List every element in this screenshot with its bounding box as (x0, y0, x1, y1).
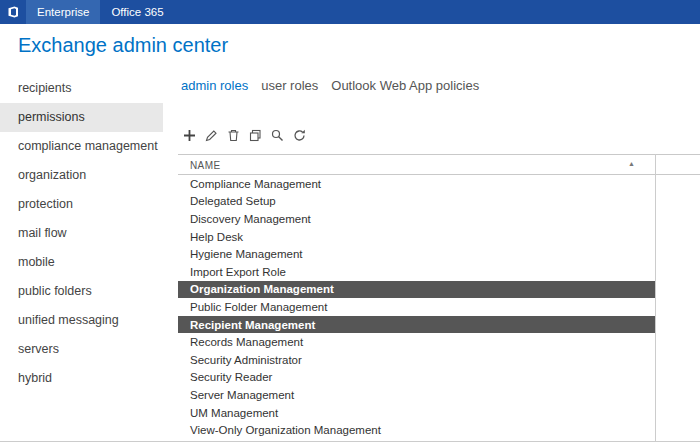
table-header-name[interactable]: NAME ▲ (178, 154, 700, 175)
table-row[interactable]: Import Export Role (178, 263, 655, 281)
sidebar-item-organization[interactable]: organization (0, 161, 163, 190)
copy-icon[interactable] (247, 127, 263, 143)
app-header: Exchange admin center (0, 24, 700, 70)
suite-tab-enterprise[interactable]: Enterprise (26, 0, 100, 24)
sidebar-item-unified-messaging[interactable]: unified messaging (0, 306, 163, 335)
sidebar-item-mobile[interactable]: mobile (0, 248, 163, 277)
table-row[interactable]: Server Management (178, 386, 655, 404)
tab-outlook-web-app-policies[interactable]: Outlook Web App policies (331, 78, 479, 93)
bottom-border (0, 441, 700, 442)
table-row[interactable]: Help Desk (178, 228, 655, 246)
list-detail-divider (655, 154, 656, 442)
main-content: admin roles user roles Outlook Web App p… (178, 70, 700, 443)
sidebar-item-compliance-management[interactable]: compliance management (0, 132, 163, 161)
table-row[interactable]: Security Administrator (178, 351, 655, 369)
sidebar: recipients permissions compliance manage… (0, 74, 163, 393)
table-row[interactable]: Discovery Management (178, 210, 655, 228)
table-row[interactable]: Hygiene Management (178, 245, 655, 263)
toolbar (181, 126, 700, 144)
table-row[interactable]: Security Reader (178, 369, 655, 387)
suite-tab-office365-label: Office 365 (111, 6, 163, 18)
table-row[interactable]: UM Management (178, 404, 655, 422)
office-logo-icon[interactable] (0, 0, 26, 24)
sidebar-item-permissions[interactable]: permissions (0, 103, 163, 132)
table-row[interactable]: Public Folder Management (178, 298, 655, 316)
tab-admin-roles[interactable]: admin roles (181, 78, 248, 93)
sidebar-item-mail-flow[interactable]: mail flow (0, 219, 163, 248)
sidebar-item-recipients[interactable]: recipients (0, 74, 163, 103)
table-row[interactable]: Delegated Setup (178, 193, 655, 211)
table-row[interactable]: Recipient Management (178, 316, 655, 334)
table-row[interactable]: Organization Management (178, 281, 655, 299)
sidebar-item-hybrid[interactable]: hybrid (0, 364, 163, 393)
suite-tab-office365[interactable]: Office 365 (100, 0, 174, 24)
sort-ascending-icon: ▲ (628, 160, 635, 167)
suite-tab-enterprise-label: Enterprise (37, 6, 89, 18)
sidebar-item-protection[interactable]: protection (0, 190, 163, 219)
refresh-icon[interactable] (291, 127, 307, 143)
sidebar-item-public-folders[interactable]: public folders (0, 277, 163, 306)
search-icon[interactable] (269, 127, 285, 143)
delete-icon[interactable] (225, 127, 241, 143)
column-header-name: NAME (178, 156, 221, 175)
table-row[interactable]: View-Only Organization Management (178, 421, 655, 439)
tab-user-roles[interactable]: user roles (261, 78, 318, 93)
edit-icon[interactable] (203, 127, 219, 143)
page-title: Exchange admin center (18, 34, 700, 57)
table-row[interactable]: Compliance Management (178, 175, 655, 193)
suite-bar: Enterprise Office 365 (0, 0, 700, 24)
admin-roles-list: Compliance Management Delegated Setup Di… (178, 175, 655, 439)
table-row[interactable]: Records Management (178, 333, 655, 351)
role-tabs: admin roles user roles Outlook Web App p… (181, 76, 700, 94)
sidebar-item-servers[interactable]: servers (0, 335, 163, 364)
add-icon[interactable] (181, 127, 197, 143)
